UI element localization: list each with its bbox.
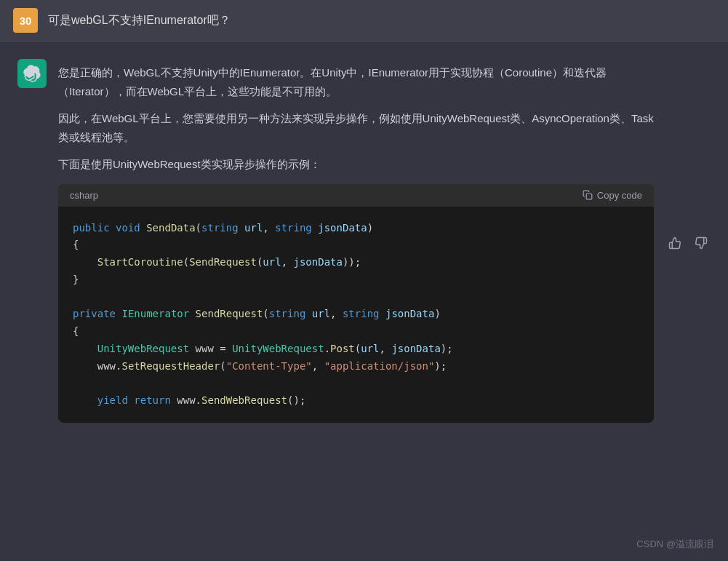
dislike-button[interactable] xyxy=(692,63,711,423)
like-button[interactable] xyxy=(665,63,684,423)
paragraph-3: 下面是使用UnityWebRequest类实现异步操作的示例： xyxy=(58,155,654,174)
code-language: csharp xyxy=(70,190,98,201)
message-text: 您是正确的，WebGL不支持Unity中的IEnumerator。在Unity中… xyxy=(58,63,654,174)
thumbs-down-icon xyxy=(695,236,708,250)
code-block: csharp Copy code public void SendData(st… xyxy=(58,184,654,423)
question-title: 可是webGL不支持IEnumerator吧？ xyxy=(48,13,231,28)
question-number: 30 xyxy=(13,8,38,33)
action-buttons xyxy=(665,59,711,423)
code-block-header: csharp Copy code xyxy=(58,184,654,207)
code-content: public void SendData(string url, string … xyxy=(58,207,654,423)
paragraph-1: 您是正确的，WebGL不支持Unity中的IEnumerator。在Unity中… xyxy=(58,63,654,100)
paragraph-2: 因此，在WebGL平台上，您需要使用另一种方法来实现异步操作，例如使用Unity… xyxy=(58,109,654,146)
svg-rect-0 xyxy=(586,194,592,199)
avatar xyxy=(17,59,47,88)
copy-label: Copy code xyxy=(597,190,642,201)
message-body: 您是正确的，WebGL不支持Unity中的IEnumerator。在Unity中… xyxy=(58,59,654,423)
copy-code-button[interactable]: Copy code xyxy=(583,190,642,201)
content-area: 您是正确的，WebGL不支持Unity中的IEnumerator。在Unity中… xyxy=(0,41,728,423)
assistant-message: 您是正确的，WebGL不支持Unity中的IEnumerator。在Unity中… xyxy=(17,59,711,423)
thumbs-up-icon xyxy=(668,236,681,250)
watermark: CSDN @溢流眼泪 xyxy=(636,538,713,551)
header: 30 可是webGL不支持IEnumerator吧？ xyxy=(0,0,728,41)
